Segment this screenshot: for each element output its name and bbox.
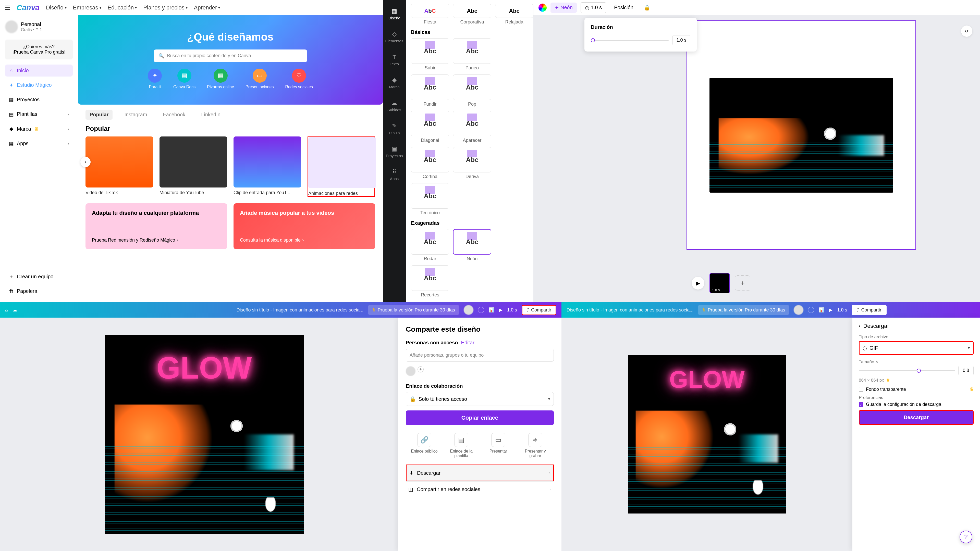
save-prefs-checkbox[interactable]: ✓ <box>859 402 863 407</box>
tab-popular[interactable]: Popular <box>86 110 113 120</box>
play-icon[interactable]: ▶ <box>829 307 832 313</box>
sidebar-tab-diseno[interactable]: ▦Diseño <box>383 3 406 25</box>
present-button[interactable]: ▭ <box>491 433 505 447</box>
promo-link[interactable]: Consulta la música disponible› <box>240 238 369 243</box>
sidebar-item-inicio[interactable]: ⌂Inicio <box>5 65 73 76</box>
download-button[interactable]: Descargar <box>859 410 974 425</box>
sidebar-tab-texto[interactable]: TTexto <box>383 48 406 71</box>
sidebar-tab-subidos[interactable]: ☁Subidos <box>383 94 406 118</box>
design-title[interactable]: Diseño sin título - Imagen con animacion… <box>566 307 694 313</box>
anim-preset[interactable]: Abc <box>411 183 449 209</box>
tab-linkedin[interactable]: LinkedIn <box>197 110 224 120</box>
refresh-button[interactable]: ⟳ <box>961 25 972 37</box>
anim-preset[interactable]: Abc <box>453 147 491 172</box>
share-button[interactable]: ⤴Compartir <box>522 305 556 315</box>
share-social-row[interactable]: ◫Compartir en redes sociales› <box>406 481 554 497</box>
promo-link[interactable]: Prueba Redimensión y Rediseño Mágico› <box>92 238 221 243</box>
hero-shortcut[interactable]: ✦Para ti <box>148 68 162 89</box>
edit-access-link[interactable]: Editar <box>461 340 474 346</box>
hero-shortcut[interactable]: ▤Canva Docs <box>173 68 196 89</box>
copy-link-button[interactable]: Copiar enlace <box>406 410 554 425</box>
sidebar-item-estudio[interactable]: ✦Estudio Mágico <box>5 79 73 91</box>
sidebar-tab-marca[interactable]: ◆Marca <box>383 71 406 94</box>
avatar[interactable] <box>794 305 803 315</box>
template-card[interactable]: Video de TikTok <box>86 137 153 197</box>
public-link-button[interactable]: 🔗 <box>417 433 431 447</box>
sidebar-item-papelera[interactable]: 🗑Papelera <box>5 285 73 297</box>
anim-preset[interactable]: Abc <box>411 111 449 136</box>
add-person-button[interactable]: + <box>417 366 424 372</box>
nav-item[interactable]: Aprender▾ <box>194 4 220 11</box>
pro-cta[interactable]: ♛Prueba la versión Pro durante 30 días <box>368 305 459 315</box>
canvas-page[interactable]: GLOW <box>105 335 304 534</box>
template-card[interactable]: Clip de entrada para YouT... <box>234 137 301 197</box>
profile[interactable]: Personal Gratis • ⚲ 1 <box>5 21 73 33</box>
pro-promo[interactable]: ¿Quieres más? ¡Prueba Canva Pro gratis! <box>5 40 73 59</box>
carousel-prev-button[interactable]: ‹ <box>80 157 91 167</box>
nav-item[interactable]: Planes y precios▾ <box>143 4 187 11</box>
nav-item[interactable]: Educación▾ <box>108 4 137 11</box>
tab-facebook[interactable]: Facebook <box>159 110 189 120</box>
anim-preset[interactable]: Abc <box>453 75 491 100</box>
design-title[interactable]: Diseño sin título - Imagen con animacion… <box>237 307 363 313</box>
hero-shortcut[interactable]: ▦Pizarras online <box>207 68 234 89</box>
menu-icon[interactable] <box>5 6 10 10</box>
avatar[interactable] <box>406 366 415 376</box>
add-page-button[interactable]: + <box>735 275 750 291</box>
nav-item[interactable]: Diseño▾ <box>46 4 66 11</box>
duration-value[interactable]: 1.0 s <box>673 35 690 45</box>
duration-button[interactable]: ◷1.0 s <box>581 2 606 13</box>
present-record-button[interactable]: ⎆ <box>528 433 542 447</box>
tab-instagram[interactable]: Instagram <box>120 110 151 120</box>
download-row[interactable]: ⬇Descargar› <box>406 465 554 481</box>
chart-icon[interactable]: 📊 <box>819 307 824 313</box>
anim-preset[interactable]: Abc <box>453 38 491 64</box>
canva-logo[interactable]: Canva <box>17 3 40 12</box>
template-card[interactable]: Miniatura de YouTube <box>159 137 227 197</box>
anim-preset[interactable]: Abc <box>411 38 449 64</box>
page-thumbnail[interactable]: 1.0 s <box>710 273 730 293</box>
sidebar-tab-elementos[interactable]: ◇Elementos <box>383 25 406 48</box>
sidebar-tab-proyectos[interactable]: ▣Proyectos <box>383 140 406 163</box>
promo-card[interactable]: Añade música popular a tus videos Consul… <box>234 203 375 249</box>
anim-preset[interactable]: Abc <box>453 111 491 136</box>
canvas-page[interactable] <box>687 21 916 250</box>
play-icon[interactable]: ▶ <box>499 307 503 313</box>
sidebar-item-proyectos[interactable]: ▦Proyectos <box>5 94 73 106</box>
position-button[interactable]: Posición <box>610 3 638 13</box>
file-type-select[interactable]: ◌GIF▾ <box>859 341 974 355</box>
sidebar-item-equipo[interactable]: ＋Crear un equipo <box>5 271 73 283</box>
anim-preset[interactable]: Abc <box>453 229 491 254</box>
sidebar-item-plantillas[interactable]: ▤Plantillas› <box>5 108 73 120</box>
play-button[interactable]: ▶ <box>692 277 704 289</box>
lock-icon[interactable]: 🔒 <box>644 5 650 11</box>
chart-icon[interactable]: 📊 <box>489 307 494 313</box>
sidebar-item-apps[interactable]: ▦Apps› <box>5 138 73 149</box>
template-link-button[interactable]: ▤ <box>454 433 468 447</box>
anim-preset[interactable]: Abc <box>411 75 449 100</box>
back-button[interactable]: ‹Descargar <box>859 323 974 329</box>
add-member-button[interactable]: + <box>808 307 814 313</box>
sidebar-item-marca[interactable]: ◆Marca♛› <box>5 123 73 135</box>
promo-card[interactable]: Adapta tu diseño a cualquier plataforma … <box>86 203 227 249</box>
nav-item[interactable]: Empresas▾ <box>73 4 101 11</box>
transparent-checkbox[interactable] <box>859 387 863 392</box>
anim-preset[interactable]: AbC <box>411 4 449 18</box>
help-button[interactable]: ? <box>959 530 972 543</box>
search-input[interactable]: 🔍Busca en tu propio contenido y en Canva <box>154 49 307 62</box>
canvas-page[interactable]: GLOW <box>628 355 786 513</box>
avatar[interactable] <box>464 305 473 315</box>
size-slider[interactable] <box>859 370 955 371</box>
template-card-highlighted[interactable]: Animaciones para redes <box>307 137 375 197</box>
anim-preset[interactable]: Abc <box>411 147 449 172</box>
anim-preset[interactable]: Abc <box>453 4 491 18</box>
size-value[interactable]: 0.8 <box>958 366 974 375</box>
sidebar-tab-apps[interactable]: ⠿Apps <box>383 163 406 186</box>
people-input[interactable]: Añade personas, grupos o tu equipo <box>406 349 554 362</box>
link-access-select[interactable]: 🔒Solo tú tienes acceso▾ <box>406 392 554 406</box>
cloud-icon[interactable]: ☁ <box>13 307 17 313</box>
hero-shortcut[interactable]: ♡Redes sociales <box>285 68 313 89</box>
add-member-button[interactable]: + <box>478 307 484 313</box>
anim-preset[interactable]: Abc <box>411 229 449 254</box>
share-button[interactable]: ⤴Compartir <box>852 305 886 315</box>
